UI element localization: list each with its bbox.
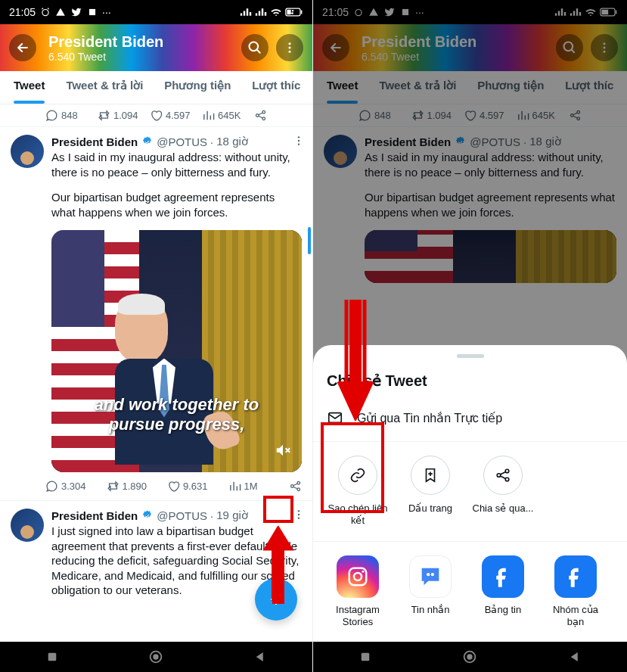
nav-recent[interactable] (354, 646, 377, 668)
avatar[interactable] (11, 135, 44, 168)
user-handle: @POTUS (157, 509, 207, 522)
reply-count[interactable]: 3.304 (45, 480, 104, 493)
bookmark-action[interactable]: Dấu trang (399, 456, 461, 527)
app-fb-group[interactable]: Nhóm của bạn (545, 555, 607, 629)
share-actions: Sao chép liên kết Dấu trang Chia sẻ qua.… (313, 441, 627, 542)
tweet-media[interactable]: and work together to pursue progress, (51, 230, 302, 472)
search-button[interactable] (241, 34, 268, 61)
svg-point-7 (289, 47, 291, 49)
reply-icon (45, 480, 58, 493)
svg-point-43 (354, 573, 362, 580)
like-count[interactable]: 9.631 (167, 480, 225, 493)
retweet-count[interactable]: 1.890 (107, 480, 165, 493)
video-caption: and work together to pursue progress, (51, 395, 302, 434)
nav-home[interactable] (458, 646, 481, 668)
svg-point-13 (298, 140, 300, 142)
dm-row[interactable]: Gửi qua Tin nhắn Trực tiếp (313, 405, 627, 441)
tab-replies[interactable]: Tweet & trả lời (55, 71, 154, 104)
facebook-icon (564, 565, 587, 588)
svg-point-46 (427, 573, 430, 576)
mute-button[interactable] (275, 442, 291, 462)
instagram-icon (346, 565, 369, 588)
tab-tweets[interactable]: Tweet (3, 71, 55, 104)
app-messages[interactable]: Tin nhắn (399, 555, 461, 629)
mail-icon (327, 409, 343, 426)
tab-likes[interactable]: Lượt thíc (241, 71, 311, 104)
engagement-bar-prev: 848 1.094 4.597 645K (0, 104, 312, 127)
svg-point-19 (298, 514, 300, 515)
signal-icon-2 (255, 8, 267, 17)
app-messenger[interactable]: Đoạn (617, 555, 627, 629)
profile-name: President Biden (48, 33, 234, 51)
analytics-icon (228, 480, 241, 493)
share-button[interactable] (254, 109, 267, 122)
back-button[interactable] (9, 34, 36, 61)
alarm-icon (40, 7, 51, 17)
nav-back[interactable] (249, 646, 272, 668)
display-name: President Biden (51, 509, 138, 522)
views-count[interactable]: 1M (228, 480, 287, 493)
svg-point-45 (431, 573, 434, 576)
retweet-count[interactable]: 1.094 (98, 109, 145, 122)
app-fb-feed[interactable]: Bảng tin (472, 555, 534, 629)
user-line: President Biden @POTUS · 19 giờ (51, 509, 302, 522)
bookmark-add-icon (422, 467, 439, 484)
svg-rect-21 (48, 653, 57, 661)
svg-point-8 (289, 51, 291, 53)
app-instagram[interactable]: Instagram Stories (327, 555, 389, 629)
messages-icon (417, 564, 443, 590)
scroll-indicator (308, 227, 311, 254)
compose-fab[interactable]: + (255, 578, 297, 621)
svg-rect-4 (301, 11, 303, 14)
views-count[interactable]: 645K (202, 109, 250, 122)
overflow-button[interactable] (276, 34, 303, 61)
avatar[interactable] (11, 509, 44, 542)
tweet-more[interactable] (293, 509, 305, 524)
share-icon (495, 467, 511, 484)
tab-media[interactable]: Phương tiện (154, 71, 241, 104)
nav-home[interactable] (144, 646, 167, 668)
circle-icon (147, 649, 164, 665)
share-apps: Instagram Stories Tin nhắn Bảng tin Nhóm… (313, 542, 627, 629)
copy-link-action[interactable]: Sao chép liên kết (327, 456, 389, 527)
app-icon (87, 7, 98, 17)
share-icon (254, 109, 267, 122)
warning-icon (55, 7, 66, 17)
signal-icon (240, 8, 252, 17)
user-line: President Biden @POTUS · 18 giờ (51, 135, 302, 148)
dm-label: Gửi qua Tin nhắn Trực tiếp (357, 411, 502, 425)
tweet-count: 6.540 Tweet (48, 51, 234, 63)
more-vertical-icon (293, 135, 305, 147)
retweet-icon (107, 480, 120, 493)
share-via-action[interactable]: Chia sẻ qua... (472, 456, 534, 527)
svg-point-6 (289, 42, 291, 45)
retweet-icon (98, 109, 110, 122)
reply-count[interactable]: 848 (45, 109, 93, 122)
nav-recent[interactable] (41, 646, 64, 668)
search-icon (247, 40, 262, 55)
svg-point-12 (298, 136, 300, 138)
mute-icon (275, 442, 291, 459)
sheet-handle[interactable] (457, 354, 484, 358)
verified-icon (141, 509, 154, 522)
facebook-icon (492, 565, 514, 588)
square-icon (45, 650, 59, 664)
bookmark-label: Dấu trang (408, 502, 452, 515)
svg-point-0 (42, 10, 48, 16)
copy-link-label: Sao chép liên kết (327, 502, 389, 527)
more-icon: ··· (102, 6, 111, 18)
svg-rect-47 (362, 653, 370, 661)
nav-bar (313, 642, 627, 672)
tweet-item[interactable]: President Biden @POTUS · 18 giờ As I sai… (0, 127, 312, 472)
reply-icon (45, 109, 58, 122)
status-time: 21:05 (9, 6, 36, 18)
tweet-time: 19 giờ (216, 509, 248, 522)
like-count[interactable]: 4.597 (150, 109, 197, 122)
display-name: President Biden (51, 135, 138, 148)
header-title: President Biden 6.540 Tweet (48, 33, 234, 63)
plus-icon: + (270, 587, 282, 611)
tweet-more[interactable] (293, 135, 305, 150)
arrow-left-icon (15, 40, 30, 55)
nav-back[interactable] (563, 646, 586, 668)
share-button[interactable] (289, 480, 312, 493)
